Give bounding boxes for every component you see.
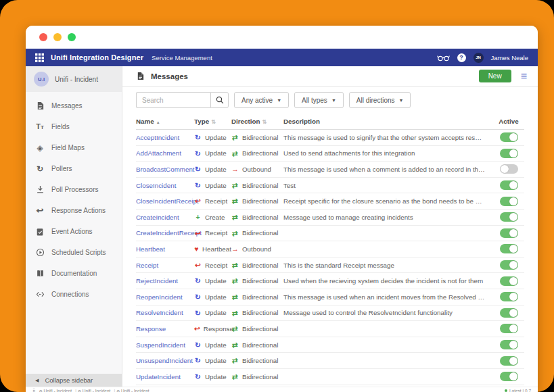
- active-toggle[interactable]: [500, 212, 518, 222]
- poll-processors-icon: [35, 185, 45, 194]
- sidebar-item-pollers[interactable]: ↻Pollers: [26, 158, 122, 179]
- bidirectional-arrows-icon: ⇄: [231, 230, 239, 237]
- maximize-window-button[interactable]: [68, 33, 76, 41]
- user-name[interactable]: James Neale: [491, 54, 528, 62]
- search-input[interactable]: [136, 92, 210, 108]
- direction-cell: ⇄Bidirectional: [231, 309, 283, 316]
- filter-dropdown-all-directions[interactable]: All directions▼: [349, 92, 411, 108]
- search-button[interactable]: [210, 92, 229, 108]
- message-link[interactable]: CreateIncident: [136, 214, 179, 221]
- scheduled-scripts-icon: [35, 248, 45, 257]
- active-toggle[interactable]: [500, 340, 518, 349]
- sidebar-item-response-actions[interactable]: ↩Response Actions: [26, 200, 122, 221]
- table-row: SuspendIncident↻Update⇄Bidirectional: [136, 337, 524, 353]
- direction-cell: ⇄Bidirectional: [231, 293, 283, 301]
- sidebar-item-label: Messages: [51, 102, 83, 109]
- footer-tab[interactable]: | ⚙ Unifi - Incident: [75, 388, 110, 392]
- update-icon: ↻: [194, 310, 202, 317]
- bidirectional-arrows-icon: ⇄: [231, 150, 239, 157]
- message-link[interactable]: Receipt: [136, 262, 158, 269]
- message-name-cell: ResolveIncident: [136, 309, 194, 316]
- message-link[interactable]: BroadcastComment: [136, 166, 195, 173]
- main-panel: Messages New ≡: [122, 66, 538, 387]
- active-toggle[interactable]: [500, 228, 518, 238]
- footer-tab[interactable]: | ⚙ Unifi - Incident: [114, 388, 149, 392]
- message-link[interactable]: ResolveIncident: [136, 309, 183, 316]
- app-window: Unifi Integration Designer Service Manag…: [26, 26, 538, 392]
- filter-dropdown-all-types[interactable]: All types▼: [294, 92, 344, 108]
- workspace-header[interactable]: U-I Unifi - Incident: [26, 66, 122, 92]
- update-icon: ↻: [194, 277, 202, 285]
- active-toggle[interactable]: [500, 197, 518, 206]
- message-link[interactable]: UnsuspendIncident: [136, 357, 193, 364]
- sidebar-item-documentation[interactable]: Documentation: [26, 263, 122, 284]
- message-link[interactable]: SuspendIncident: [136, 341, 185, 349]
- message-name-cell: CloseIncidentReceipt: [136, 197, 194, 205]
- active-toggle[interactable]: [500, 372, 518, 381]
- direction-cell: ⇄Bidirectional: [231, 373, 283, 381]
- column-header-name[interactable]: Name▲: [136, 118, 194, 125]
- menu-icon[interactable]: ≡: [521, 71, 527, 82]
- active-toggle[interactable]: [500, 180, 518, 190]
- active-toggle[interactable]: [500, 244, 518, 253]
- sidebar-nav: MessagesTTFields◈Field Maps↻PollersPoll …: [26, 92, 122, 305]
- description-cell: Test: [283, 182, 493, 189]
- sidebar-item-scheduled-scripts[interactable]: Scheduled Scripts: [26, 242, 122, 263]
- message-link[interactable]: CreateIncidentReceipt: [136, 229, 202, 237]
- sidebar-item-label: Scheduled Scripts: [51, 249, 106, 256]
- app-subtitle[interactable]: Service Management: [152, 54, 212, 62]
- sidebar-item-messages[interactable]: Messages: [26, 95, 122, 116]
- new-button[interactable]: New: [479, 70, 511, 82]
- message-link[interactable]: AddAttachment: [136, 149, 181, 157]
- sidebar-item-poll-processors[interactable]: Poll Processors: [26, 179, 122, 200]
- sort-icon: ⇅: [211, 119, 216, 125]
- spectacles-icon[interactable]: [437, 53, 450, 62]
- message-link[interactable]: Response: [136, 325, 166, 333]
- message-name-cell: ReopenIncident: [136, 293, 194, 301]
- active-toggle[interactable]: [500, 164, 518, 174]
- active-toggle[interactable]: [500, 356, 518, 366]
- arrow-right-icon: →: [231, 245, 239, 253]
- active-toggle[interactable]: [500, 324, 518, 333]
- description-cell: Used when the recieving system decides t…: [283, 277, 493, 285]
- table-row: CreateIncident+Create⇄BidirectionalMessa…: [136, 210, 524, 226]
- description-cell: Used to send attachments for this integr…: [283, 149, 493, 157]
- message-link[interactable]: AcceptIncident: [136, 134, 179, 141]
- sidebar-item-label: Response Actions: [51, 207, 106, 214]
- table-row: AddAttachment↻Update⇄BidirectionalUsed t…: [136, 146, 524, 162]
- column-header-type[interactable]: Type⇅: [194, 118, 231, 125]
- apps-grid-icon[interactable]: [35, 53, 44, 62]
- sidebar-item-field-maps[interactable]: ◈Field Maps: [26, 137, 122, 158]
- message-link[interactable]: ReopenIncident: [136, 293, 183, 301]
- close-window-button[interactable]: [39, 33, 47, 41]
- connections-icon: [35, 290, 45, 299]
- message-link[interactable]: UpdateIncident: [136, 373, 181, 381]
- message-link[interactable]: CloseIncidentReceipt: [136, 197, 199, 205]
- table-row: Response↩Response⇄Bidirectional: [136, 321, 524, 337]
- filter-dropdown-any-active[interactable]: Any active▼: [234, 92, 289, 108]
- message-name-cell: SuspendIncident: [136, 341, 194, 349]
- active-toggle[interactable]: [500, 292, 518, 301]
- sidebar-item-connections[interactable]: Connections: [26, 284, 122, 305]
- collapse-sidebar-button[interactable]: ◀ Collapse sidebar: [26, 374, 122, 387]
- sidebar-item-event-actions[interactable]: Event Actions: [26, 221, 122, 242]
- active-toggle[interactable]: [500, 149, 518, 158]
- message-link[interactable]: CloseIncident: [136, 182, 176, 189]
- active-toggle[interactable]: [500, 260, 518, 270]
- minimize-window-button[interactable]: [53, 33, 62, 41]
- active-toggle[interactable]: [500, 276, 518, 286]
- column-header-direction[interactable]: Direction⇅: [231, 118, 283, 125]
- help-icon[interactable]: ?: [457, 53, 466, 62]
- documentation-icon: [35, 269, 45, 278]
- active-toggle[interactable]: [500, 308, 518, 318]
- message-link[interactable]: Heartbeat: [136, 245, 165, 253]
- sidebar-item-fields[interactable]: TTFields: [26, 116, 122, 137]
- footer-tab[interactable]: ⚙ Unifi - Incident: [39, 388, 72, 392]
- message-name-cell: Heartbeat: [136, 245, 194, 253]
- type-cell: ↻Update: [194, 357, 231, 364]
- chevron-down-icon: ▼: [331, 98, 336, 103]
- user-avatar[interactable]: JN: [474, 53, 484, 63]
- message-name-cell: AddAttachment: [136, 149, 194, 157]
- active-toggle[interactable]: [500, 132, 518, 142]
- message-link[interactable]: RejectIncident: [136, 277, 178, 285]
